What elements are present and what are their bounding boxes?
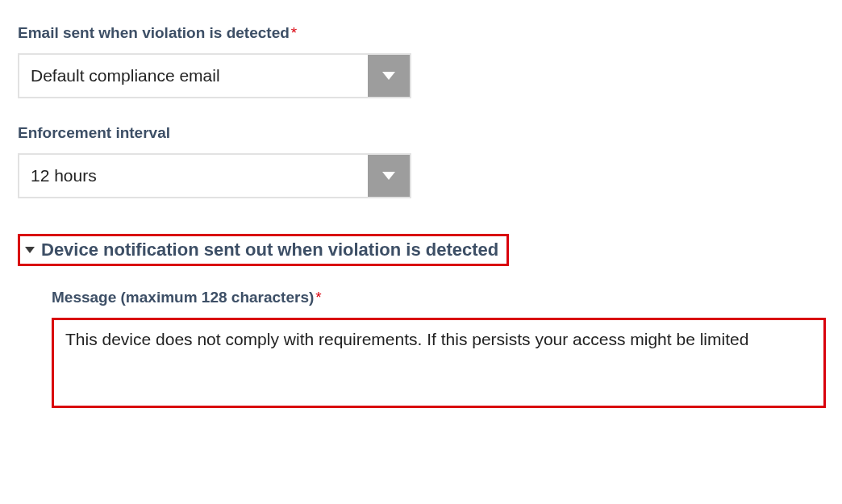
section-toggle[interactable]: Device notification sent out when violat… [18, 234, 509, 266]
chevron-down-icon [368, 55, 410, 97]
required-asterisk: * [315, 289, 321, 306]
email-field-group: Email sent when violation is detected* D… [18, 24, 824, 98]
interval-label-text: Enforcement interval [18, 124, 170, 141]
svg-marker-1 [382, 172, 395, 180]
message-field-group: Message (maximum 128 characters)* [52, 289, 824, 411]
interval-select-value: 12 hours [19, 166, 368, 185]
svg-marker-0 [382, 72, 395, 80]
message-textarea[interactable] [52, 318, 826, 408]
email-select-value: Default compliance email [19, 66, 368, 85]
email-label: Email sent when violation is detected* [18, 24, 824, 42]
notification-section: Device notification sent out when violat… [18, 234, 824, 411]
chevron-down-icon [368, 155, 410, 197]
email-select[interactable]: Default compliance email [18, 53, 411, 98]
interval-label: Enforcement interval [18, 124, 824, 142]
email-label-text: Email sent when violation is detected [18, 24, 290, 41]
caret-down-icon [25, 247, 35, 253]
interval-field-group: Enforcement interval 12 hours [18, 124, 824, 198]
message-label-text: Message (maximum 128 characters) [52, 289, 314, 306]
interval-select[interactable]: 12 hours [18, 153, 411, 198]
message-label: Message (maximum 128 characters)* [52, 289, 824, 306]
required-asterisk: * [291, 24, 297, 41]
section-title: Device notification sent out when violat… [41, 240, 498, 260]
